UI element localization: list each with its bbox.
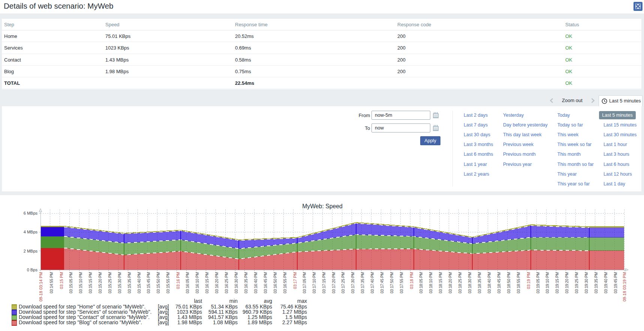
svg-text:[avg]: [avg] bbox=[158, 309, 169, 315]
svg-text:0 Bps: 0 Bps bbox=[27, 268, 38, 272]
svg-text:03:15:05 PM: 03:15:05 PM bbox=[69, 272, 73, 293]
svg-text:03:19:15 PM: 03:19:15 PM bbox=[555, 272, 559, 293]
svg-text:03:18:10 PM: 03:18:10 PM bbox=[429, 272, 433, 293]
svg-text:960.79 KBps: 960.79 KBps bbox=[243, 309, 272, 315]
svg-text:09-18 03:19 PM: 09-18 03:19 PM bbox=[622, 272, 627, 301]
svg-text:03:18:50 PM: 03:18:50 PM bbox=[507, 272, 511, 293]
svg-text:03:17:45 PM: 03:17:45 PM bbox=[380, 272, 384, 293]
svg-text:03:19:40 PM: 03:19:40 PM bbox=[604, 272, 608, 293]
svg-text:03:18:15 PM: 03:18:15 PM bbox=[439, 272, 443, 293]
svg-text:Download speed for step "Blog": Download speed for step "Blog" of scenar… bbox=[19, 320, 142, 325]
svg-text:03:16:10 PM: 03:16:10 PM bbox=[195, 272, 199, 293]
svg-text:03:15:25 PM: 03:15:25 PM bbox=[108, 272, 112, 293]
svg-text:last: last bbox=[194, 298, 202, 304]
svg-text:1.27 MBps: 1.27 MBps bbox=[282, 309, 307, 315]
svg-text:03:15:15 PM: 03:15:15 PM bbox=[88, 272, 93, 293]
svg-text:03:18:35 PM: 03:18:35 PM bbox=[478, 272, 482, 293]
svg-text:03:15 PM: 03:15 PM bbox=[59, 272, 64, 289]
svg-text:1.08 MBps: 1.08 MBps bbox=[213, 320, 238, 325]
svg-text:1.25 MBps: 1.25 MBps bbox=[247, 314, 272, 320]
svg-text:03:16:55 PM: 03:16:55 PM bbox=[283, 272, 287, 293]
svg-text:03:18:20 PM: 03:18:20 PM bbox=[448, 272, 452, 293]
svg-text:03:18:55 PM: 03:18:55 PM bbox=[517, 272, 521, 293]
svg-text:min: min bbox=[229, 298, 238, 304]
svg-text:03:18 PM: 03:18 PM bbox=[409, 272, 414, 289]
svg-text:03:16:40 PM: 03:16:40 PM bbox=[254, 272, 258, 293]
svg-text:03:17:40 PM: 03:17:40 PM bbox=[370, 272, 374, 293]
svg-text:03:18:05 PM: 03:18:05 PM bbox=[419, 272, 423, 293]
svg-text:03:16:50 PM: 03:16:50 PM bbox=[273, 272, 277, 293]
svg-text:[avg]: [avg] bbox=[158, 314, 169, 320]
svg-text:Download speed for step "Home": Download speed for step "Home" of scenar… bbox=[19, 304, 145, 310]
svg-text:03:18:40 PM: 03:18:40 PM bbox=[487, 272, 491, 293]
svg-text:2.27 MBps: 2.27 MBps bbox=[282, 320, 307, 325]
svg-text:max: max bbox=[297, 298, 307, 304]
svg-text:03:15:55 PM: 03:15:55 PM bbox=[166, 272, 170, 293]
svg-text:51.34 KBps: 51.34 KBps bbox=[211, 304, 238, 310]
svg-text:03:19:30 PM: 03:19:30 PM bbox=[584, 272, 589, 293]
svg-text:MyWeb: Speed: MyWeb: Speed bbox=[302, 203, 343, 209]
svg-text:03:15:45 PM: 03:15:45 PM bbox=[147, 272, 151, 293]
svg-text:03:19:45 PM: 03:19:45 PM bbox=[614, 272, 618, 293]
svg-text:03:17 PM: 03:17 PM bbox=[293, 272, 297, 289]
svg-text:[avg]: [avg] bbox=[158, 304, 169, 310]
svg-text:75.46 KBps: 75.46 KBps bbox=[280, 304, 307, 310]
svg-text:03:17:20 PM: 03:17:20 PM bbox=[332, 272, 336, 293]
svg-text:03:16:20 PM: 03:16:20 PM bbox=[215, 272, 219, 293]
svg-text:03:15:30 PM: 03:15:30 PM bbox=[118, 272, 122, 293]
svg-text:03:15:10 PM: 03:15:10 PM bbox=[79, 272, 83, 293]
svg-text:03:19 PM: 03:19 PM bbox=[526, 272, 531, 289]
svg-text:03:15:40 PM: 03:15:40 PM bbox=[137, 272, 141, 293]
svg-text:03:17:10 PM: 03:17:10 PM bbox=[312, 272, 316, 293]
svg-text:03:17:55 PM: 03:17:55 PM bbox=[400, 272, 404, 293]
svg-text:03:16:45 PM: 03:16:45 PM bbox=[264, 272, 268, 293]
svg-text:03:16:05 PM: 03:16:05 PM bbox=[186, 272, 190, 293]
svg-text:03:18:25 PM: 03:18:25 PM bbox=[458, 272, 462, 293]
svg-text:1.89 MBps: 1.89 MBps bbox=[247, 320, 272, 325]
svg-text:594.11 KBps: 594.11 KBps bbox=[208, 309, 238, 315]
svg-text:03:16 PM: 03:16 PM bbox=[176, 272, 180, 289]
svg-text:03:16:25 PM: 03:16:25 PM bbox=[225, 272, 229, 293]
svg-text:03:17:35 PM: 03:17:35 PM bbox=[361, 272, 365, 293]
svg-text:2 MBps: 2 MBps bbox=[24, 249, 38, 253]
svg-text:03:15:35 PM: 03:15:35 PM bbox=[127, 272, 132, 293]
svg-text:03:14:55 PM: 03:14:55 PM bbox=[49, 272, 54, 293]
svg-text:03:19:20 PM: 03:19:20 PM bbox=[565, 272, 569, 293]
svg-text:09-18 03:14 PM: 09-18 03:14 PM bbox=[39, 272, 43, 301]
svg-text:03:16:35 PM: 03:16:35 PM bbox=[244, 272, 248, 293]
svg-text:03:18:45 PM: 03:18:45 PM bbox=[497, 272, 501, 293]
svg-text:03:19:25 PM: 03:19:25 PM bbox=[575, 272, 579, 293]
svg-text:03:15:50 PM: 03:15:50 PM bbox=[156, 272, 160, 293]
svg-text:03:17:25 PM: 03:17:25 PM bbox=[341, 272, 345, 293]
svg-text:avg: avg bbox=[264, 298, 272, 304]
svg-text:941.57 KBps: 941.57 KBps bbox=[208, 314, 238, 320]
svg-text:03:17:30 PM: 03:17:30 PM bbox=[351, 272, 355, 293]
svg-text:03:16:30 PM: 03:16:30 PM bbox=[234, 272, 238, 293]
svg-text:6 MBps: 6 MBps bbox=[24, 211, 38, 215]
svg-text:4 MBps: 4 MBps bbox=[24, 230, 38, 234]
svg-text:[avg]: [avg] bbox=[158, 320, 169, 325]
svg-text:03:17:05 PM: 03:17:05 PM bbox=[303, 272, 307, 293]
svg-text:1.98 MBps: 1.98 MBps bbox=[177, 320, 202, 325]
svg-text:03:19:10 PM: 03:19:10 PM bbox=[545, 272, 550, 293]
svg-text:Download speed for step "Conta: Download speed for step "Contact" of sce… bbox=[19, 314, 150, 320]
svg-text:63.55 KBps: 63.55 KBps bbox=[246, 304, 272, 310]
svg-text:03:19:35 PM: 03:19:35 PM bbox=[594, 272, 598, 293]
svg-text:03:18:30 PM: 03:18:30 PM bbox=[468, 272, 472, 293]
svg-text:1023 KBps: 1023 KBps bbox=[177, 309, 202, 315]
svg-text:75.01 KBps: 75.01 KBps bbox=[175, 304, 202, 310]
svg-text:03:15:20 PM: 03:15:20 PM bbox=[98, 272, 102, 293]
svg-text:1.5 MBps: 1.5 MBps bbox=[285, 314, 307, 320]
svg-text:03:17:15 PM: 03:17:15 PM bbox=[322, 272, 326, 293]
svg-text:1.43 MBps: 1.43 MBps bbox=[177, 314, 202, 320]
svg-text:03:16:15 PM: 03:16:15 PM bbox=[205, 272, 209, 293]
svg-text:03:17:50 PM: 03:17:50 PM bbox=[390, 272, 394, 293]
svg-text:Download speed for step "Servi: Download speed for step "Services" of sc… bbox=[19, 309, 151, 315]
svg-text:03:19:05 PM: 03:19:05 PM bbox=[536, 272, 540, 293]
